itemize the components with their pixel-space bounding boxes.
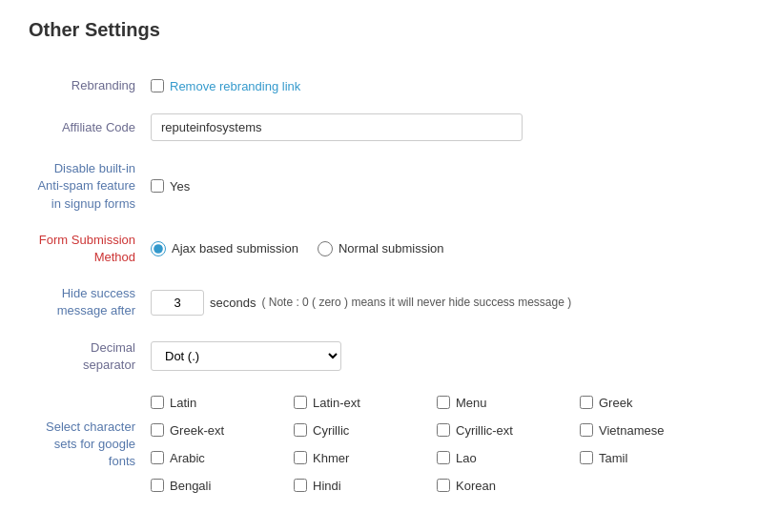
charset-label-korean[interactable]: Korean: [456, 479, 496, 493]
charset-item: Hindi: [294, 476, 437, 496]
charset-label-latin[interactable]: Latin: [170, 396, 196, 410]
antispam-content: Yes: [143, 151, 730, 222]
page-title: Other Settings: [29, 19, 730, 41]
charset-label-latinext[interactable]: Latin-ext: [313, 396, 360, 410]
form-submission-row: Form Submission Method Ajax based submis…: [29, 222, 730, 276]
charset-checkbox-greekext[interactable]: [151, 423, 164, 437]
decimal-label: Decimal separator: [29, 330, 143, 383]
seconds-input[interactable]: [151, 290, 204, 316]
charset-content: LatinLatin-extMenuGreekGreek-extCyrillic…: [143, 383, 730, 505]
charset-label-cyrillicext[interactable]: Cyrillic-ext: [456, 423, 513, 438]
antispam-label: Disable built-in Anti-spam feature in si…: [29, 151, 143, 222]
charset-item: Cyrillic: [294, 420, 437, 440]
form-submission-radio-wrap: Ajax based submission Normal submission: [151, 241, 723, 256]
seconds-unit: seconds: [210, 296, 256, 310]
charset-label-vietnamese[interactable]: Vietnamese: [599, 423, 664, 438]
charset-label-arabic[interactable]: Arabic: [170, 451, 205, 465]
charset-item: Arabic: [151, 448, 294, 468]
ajax-submission-option[interactable]: Ajax based submission: [151, 241, 298, 256]
affiliate-row: Affiliate Code: [29, 104, 730, 151]
charset-checkbox-latin[interactable]: [151, 396, 164, 409]
charset-item: Bengali: [151, 476, 294, 496]
decimal-row: Decimal separator Dot (.) Comma (,): [29, 330, 730, 383]
charset-label-menu[interactable]: Menu: [456, 396, 487, 410]
form-submission-content: Ajax based submission Normal submission: [143, 222, 730, 276]
ajax-submission-radio[interactable]: [151, 241, 166, 256]
charset-item: Khmer: [294, 448, 437, 468]
charset-checkbox-latinext[interactable]: [294, 396, 307, 409]
seconds-note: ( Note : 0 ( zero ) means it will never …: [261, 296, 571, 309]
charset-checkbox-bengali[interactable]: [151, 479, 164, 492]
settings-table: Rebranding Remove rebranding link Affili…: [29, 68, 730, 505]
charset-row: Select character sets for google fonts L…: [29, 383, 730, 505]
antispam-checkbox-label[interactable]: Yes: [170, 179, 190, 194]
affiliate-label: Affiliate Code: [29, 104, 143, 151]
decimal-content: Dot (.) Comma (,): [143, 330, 730, 383]
normal-submission-label: Normal submission: [338, 241, 444, 256]
charset-checkbox-tamil[interactable]: [580, 451, 593, 464]
rebranding-row: Rebranding Remove rebranding link: [29, 68, 730, 104]
rebranding-label: Rebranding: [29, 68, 143, 104]
rebranding-content: Remove rebranding link: [143, 68, 730, 104]
charset-grid: LatinLatin-extMenuGreekGreek-extCyrillic…: [151, 393, 723, 496]
charset-label-greekext[interactable]: Greek-ext: [170, 423, 224, 438]
antispam-row: Disable built-in Anti-spam feature in si…: [29, 151, 730, 222]
charset-checkbox-greek[interactable]: [580, 396, 593, 409]
charset-item: Greek-ext: [151, 420, 294, 440]
normal-submission-option[interactable]: Normal submission: [318, 241, 444, 256]
charset-item: Latin: [151, 393, 294, 413]
rebranding-checkbox[interactable]: [151, 79, 164, 92]
charset-item: Latin-ext: [294, 393, 437, 413]
charset-checkbox-cyrillic[interactable]: [294, 423, 307, 437]
rebranding-link[interactable]: Remove rebranding link: [170, 79, 300, 93]
charset-item: Greek: [580, 393, 723, 413]
charset-label: Select character sets for google fonts: [29, 383, 143, 505]
hide-seconds-wrap: seconds ( Note : 0 ( zero ) means it wil…: [151, 290, 723, 316]
ajax-submission-label: Ajax based submission: [172, 241, 298, 256]
antispam-checkbox[interactable]: [151, 179, 164, 193]
charset-checkbox-vietnamese[interactable]: [580, 423, 593, 437]
charset-checkbox-khmer[interactable]: [294, 451, 307, 464]
hide-success-content: seconds ( Note : 0 ( zero ) means it wil…: [143, 276, 730, 329]
charset-label-tamil[interactable]: Tamil: [599, 451, 627, 465]
hide-success-row: Hide success message after seconds ( Not…: [29, 276, 730, 329]
antispam-checkbox-wrap: Yes: [151, 179, 723, 194]
hide-success-label: Hide success message after: [29, 276, 143, 329]
charset-label-cyrillic[interactable]: Cyrillic: [313, 423, 349, 438]
charset-item: Tamil: [580, 448, 723, 468]
charset-checkbox-lao[interactable]: [437, 451, 450, 464]
normal-submission-radio[interactable]: [318, 241, 333, 256]
charset-label-khmer[interactable]: Khmer: [313, 451, 349, 465]
charset-checkbox-arabic[interactable]: [151, 451, 164, 464]
affiliate-content: [143, 104, 730, 151]
charset-checkbox-hindi[interactable]: [294, 479, 307, 492]
rebranding-checkbox-wrap: Remove rebranding link: [151, 79, 723, 93]
form-submission-label: Form Submission Method: [29, 222, 143, 276]
charset-item: Menu: [437, 393, 580, 413]
affiliate-input[interactable]: [151, 113, 523, 141]
charset-checkbox-cyrillicext[interactable]: [437, 423, 450, 437]
charset-checkbox-korean[interactable]: [437, 479, 450, 492]
charset-label-greek[interactable]: Greek: [599, 396, 632, 410]
charset-label-bengali[interactable]: Bengali: [170, 479, 211, 493]
charset-label-hindi[interactable]: Hindi: [313, 479, 341, 493]
rebranding-checkbox-label[interactable]: Remove rebranding link: [170, 79, 300, 93]
charset-item: Lao: [437, 448, 580, 468]
decimal-select[interactable]: Dot (.) Comma (,): [151, 341, 341, 371]
charset-item: Korean: [437, 476, 580, 496]
charset-checkbox-menu[interactable]: [437, 396, 450, 409]
charset-label-lao[interactable]: Lao: [456, 451, 477, 465]
charset-item: Vietnamese: [580, 420, 723, 440]
charset-item: Cyrillic-ext: [437, 420, 580, 440]
